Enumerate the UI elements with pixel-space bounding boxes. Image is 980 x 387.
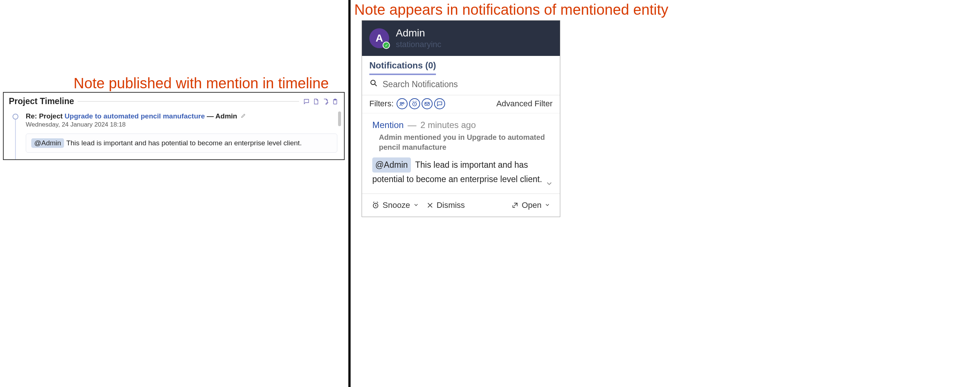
timeline-line [15, 119, 16, 159]
entry-dash: — [205, 112, 216, 120]
entry-author: Admin [216, 112, 237, 120]
notification-summary: Admin mentioned you in Upgrade to automa… [379, 132, 550, 152]
svg-rect-6 [425, 102, 429, 105]
snooze-label: Snooze [383, 201, 410, 210]
filters-label: Filters: [369, 99, 394, 108]
svg-point-4 [402, 102, 404, 104]
chevron-down-icon [544, 201, 550, 210]
notification-time: 2 minutes ago [420, 120, 476, 130]
notification-type-link[interactable]: Mention [372, 120, 404, 130]
notification-actions: Snooze Dismiss Open [362, 193, 560, 217]
entry-project-link[interactable]: Upgrade to automated pencil manufacture [65, 112, 205, 120]
clipboard-icon[interactable] [331, 98, 339, 105]
timeline-marker [13, 114, 18, 119]
user-org: stationaryinc [396, 40, 441, 49]
filters-row: Filters: Advanced Filter [362, 95, 560, 113]
timeline-toolbar [303, 98, 339, 105]
filters-left: Filters: [369, 98, 445, 109]
open-label: Open [522, 201, 541, 210]
tab-notifications[interactable]: Notifications (0) [369, 61, 436, 75]
notification-item[interactable]: Mention — 2 minutes ago Admin mentioned … [362, 113, 560, 193]
time-separator: — [407, 120, 417, 130]
chevron-down-icon [413, 201, 419, 210]
right-caption: Note appears in notifications of mention… [354, 2, 668, 18]
right-panel: Note appears in notifications of mention… [351, 0, 980, 387]
notifications-header: A ✓ Admin stationaryinc [362, 21, 560, 56]
filter-mail-icon[interactable] [422, 98, 433, 109]
timeline-title: Project Timeline [9, 96, 74, 106]
svg-point-3 [400, 102, 402, 104]
snooze-button[interactable]: Snooze [369, 199, 421, 212]
svg-point-2 [371, 80, 375, 84]
timeline-header: Project Timeline [4, 93, 344, 107]
filter-reminder-icon[interactable] [409, 98, 420, 109]
presence-indicator: ✓ [383, 41, 390, 49]
comment-icon[interactable] [303, 98, 310, 105]
dismiss-label: Dismiss [437, 201, 465, 210]
timeline-box: Project Timeline Re: Project Upgrade to … [3, 92, 345, 160]
timeline-body: Re: Project Upgrade to automated pencil … [4, 107, 344, 159]
document-icon[interactable] [312, 98, 320, 105]
timeline-entry-meta: Re: Project Upgrade to automated pencil … [26, 112, 337, 120]
scrollbar-thumb[interactable] [338, 111, 341, 126]
timeline-entry: Re: Project Upgrade to automated pencil … [26, 112, 337, 153]
dismiss-button[interactable]: Dismiss [424, 199, 467, 212]
entry-date: Wednesday, 24 January 2024 18:18 [26, 121, 337, 128]
advanced-filter-link[interactable]: Advanced Filter [496, 99, 552, 108]
entry-note: @AdminThis lead is important and has pot… [26, 134, 337, 153]
user-name: Admin [396, 27, 441, 39]
header-text: Admin stationaryinc [396, 27, 441, 49]
left-panel: Note published with mention in timeline … [0, 0, 348, 387]
entry-prefix: Re: Project [26, 112, 65, 120]
open-button[interactable]: Open [509, 199, 552, 212]
timeline-rule [78, 101, 299, 102]
notifications-tabs: Notifications (0) [362, 56, 560, 75]
notification-body: @Admin This lead is important and has po… [372, 158, 550, 186]
edit-document-icon[interactable] [322, 98, 329, 105]
search-icon [369, 79, 378, 90]
edit-icon[interactable] [240, 112, 246, 120]
chevron-down-icon[interactable] [545, 180, 553, 190]
notifications-panel: A ✓ Admin stationaryinc Notifications (0… [362, 20, 560, 217]
search-input[interactable] [383, 80, 552, 89]
mention-pill[interactable]: @Admin [31, 138, 64, 148]
filter-mention-icon[interactable] [396, 98, 407, 109]
avatar-wrap: A ✓ [369, 28, 389, 48]
entry-note-text: This lead is important and has potential… [66, 139, 302, 147]
left-caption: Note published with mention in timeline [73, 75, 329, 92]
notification-title: Mention — 2 minutes ago [372, 120, 550, 130]
search-row [362, 75, 560, 95]
filter-chat-icon[interactable] [434, 98, 445, 109]
mention-pill[interactable]: @Admin [372, 158, 411, 172]
